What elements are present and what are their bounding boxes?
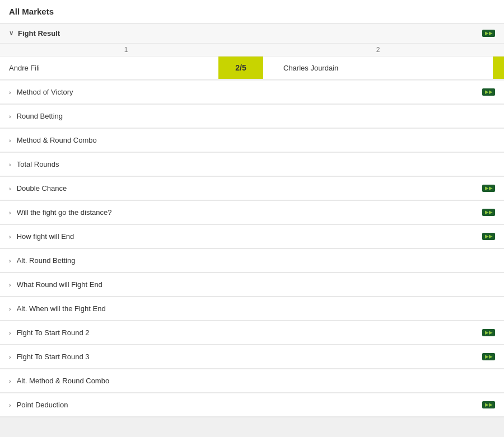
live-icon-fight-to-start-round-2: ▶▶ xyxy=(482,329,495,336)
market-item-point-deduction[interactable]: ›Point Deduction▶▶ xyxy=(0,393,504,417)
live-icon-fight-to-start-round-3: ▶▶ xyxy=(482,353,495,360)
market-item-left-double-chance: ›Double Chance xyxy=(9,184,67,192)
market-item-left-how-fight-will-end: ›How fight will End xyxy=(9,232,74,241)
fight-result-header-left: ∨ Fight Result xyxy=(9,29,60,37)
chevron-right-icon-total-rounds: › xyxy=(9,161,11,168)
chevron-right-icon-what-round-fight-end: › xyxy=(9,281,11,288)
market-item-left-method-round-combo: ›Method & Round Combo xyxy=(9,136,97,144)
fighter1-odds-button[interactable]: 2/5 xyxy=(218,57,263,79)
live-icon-point-deduction: ▶▶ xyxy=(482,401,495,408)
market-name-method-of-victory: Method of Victory xyxy=(17,88,73,96)
market-item-alt-round-betting[interactable]: ›Alt. Round Betting xyxy=(0,249,504,273)
market-item-left-will-fight-go-distance: ›Will the fight go the distance? xyxy=(9,208,112,217)
market-item-left-total-rounds: ›Total Rounds xyxy=(9,160,59,168)
fighter2-name: Charles Jourdain xyxy=(274,58,493,78)
market-list: ›Method of Victory▶▶›Round Betting›Metho… xyxy=(0,81,504,417)
market-name-how-fight-will-end: How fight will End xyxy=(17,232,74,241)
market-item-fight-to-start-round-3[interactable]: ›Fight To Start Round 3▶▶ xyxy=(0,345,504,369)
page-container: All Markets ∨ Fight Result ▶▶ 1 2 Andre … xyxy=(0,0,504,437)
fighter2-odds-button[interactable]: 7/4 xyxy=(493,57,504,79)
fight-result-title: Fight Result xyxy=(18,29,60,37)
chevron-right-icon-fight-to-start-round-2: › xyxy=(9,330,11,336)
market-item-method-of-victory[interactable]: ›Method of Victory▶▶ xyxy=(0,81,504,105)
chevron-right-icon-double-chance: › xyxy=(9,185,11,192)
fight-result-live-icon: ▶▶ xyxy=(482,30,495,37)
market-name-what-round-fight-end: What Round will Fight End xyxy=(17,280,102,289)
chevron-right-icon-round-betting: › xyxy=(9,113,11,120)
market-item-left-point-deduction: ›Point Deduction xyxy=(9,401,68,409)
column-headers: 1 2 xyxy=(0,44,504,57)
column-header-1: 1 xyxy=(0,46,252,54)
column-header-2: 2 xyxy=(252,46,504,54)
fight-result-chevron-down-icon: ∨ xyxy=(9,30,13,37)
market-name-alt-method-round-combo: Alt. Method & Round Combo xyxy=(17,377,109,385)
chevron-right-icon-alt-round-betting: › xyxy=(9,257,11,264)
market-item-alt-when-fight-end[interactable]: ›Alt. When will the Fight End xyxy=(0,297,504,321)
betting-row: Andre Fili 2/5 Charles Jourdain 7/4 xyxy=(0,57,504,79)
market-item-left-fight-to-start-round-2: ›Fight To Start Round 2 xyxy=(9,328,90,337)
chevron-right-icon-will-fight-go-distance: › xyxy=(9,209,11,216)
market-item-left-alt-when-fight-end: ›Alt. When will the Fight End xyxy=(9,304,106,313)
fighter1-name: Andre Fili xyxy=(0,58,218,78)
market-item-method-round-combo[interactable]: ›Method & Round Combo xyxy=(0,129,504,153)
page-title: All Markets xyxy=(0,0,504,24)
chevron-right-icon-alt-method-round-combo: › xyxy=(9,378,11,384)
chevron-right-icon-point-deduction: › xyxy=(9,402,11,408)
market-name-fight-to-start-round-3: Fight To Start Round 3 xyxy=(17,353,90,361)
market-name-will-fight-go-distance: Will the fight go the distance? xyxy=(17,208,112,217)
market-item-will-fight-go-distance[interactable]: ›Will the fight go the distance?▶▶ xyxy=(0,201,504,225)
market-item-fight-to-start-round-2[interactable]: ›Fight To Start Round 2▶▶ xyxy=(0,321,504,345)
chevron-right-icon-method-of-victory: › xyxy=(9,89,11,96)
market-item-left-alt-method-round-combo: ›Alt. Method & Round Combo xyxy=(9,377,109,385)
market-name-point-deduction: Point Deduction xyxy=(17,401,68,409)
market-name-alt-round-betting: Alt. Round Betting xyxy=(17,256,76,265)
market-name-round-betting: Round Betting xyxy=(17,112,63,120)
chevron-right-icon-how-fight-will-end: › xyxy=(9,233,11,240)
market-name-method-round-combo: Method & Round Combo xyxy=(17,136,97,144)
chevron-right-icon-alt-when-fight-end: › xyxy=(9,306,11,312)
market-item-double-chance[interactable]: ›Double Chance▶▶ xyxy=(0,177,504,201)
market-item-how-fight-will-end[interactable]: ›How fight will End▶▶ xyxy=(0,225,504,249)
market-item-what-round-fight-end[interactable]: ›What Round will Fight End xyxy=(0,273,504,297)
market-item-left-method-of-victory: ›Method of Victory xyxy=(9,88,73,96)
market-name-alt-when-fight-end: Alt. When will the Fight End xyxy=(17,304,106,313)
live-icon-will-fight-go-distance: ▶▶ xyxy=(482,209,495,216)
live-icon-how-fight-will-end: ▶▶ xyxy=(482,233,495,240)
live-icon-double-chance: ▶▶ xyxy=(482,185,495,192)
chevron-right-icon-fight-to-start-round-3: › xyxy=(9,354,11,360)
market-item-left-alt-round-betting: ›Alt. Round Betting xyxy=(9,256,75,265)
chevron-right-icon-method-round-combo: › xyxy=(9,137,11,144)
market-name-fight-to-start-round-2: Fight To Start Round 2 xyxy=(17,328,90,337)
market-name-total-rounds: Total Rounds xyxy=(17,160,59,168)
fight-result-header[interactable]: ∨ Fight Result ▶▶ xyxy=(0,24,504,44)
live-icon-method-of-victory: ▶▶ xyxy=(482,88,495,96)
market-item-total-rounds[interactable]: ›Total Rounds xyxy=(0,153,504,177)
market-item-left-fight-to-start-round-3: ›Fight To Start Round 3 xyxy=(9,353,90,361)
market-item-alt-method-round-combo[interactable]: ›Alt. Method & Round Combo xyxy=(0,369,504,393)
market-name-double-chance: Double Chance xyxy=(17,184,67,192)
market-item-left-what-round-fight-end: ›What Round will Fight End xyxy=(9,280,102,289)
market-item-left-round-betting: ›Round Betting xyxy=(9,112,63,120)
fight-result-section: ∨ Fight Result ▶▶ 1 2 Andre Fili 2/5 Cha… xyxy=(0,24,504,79)
market-item-round-betting[interactable]: ›Round Betting xyxy=(0,105,504,129)
